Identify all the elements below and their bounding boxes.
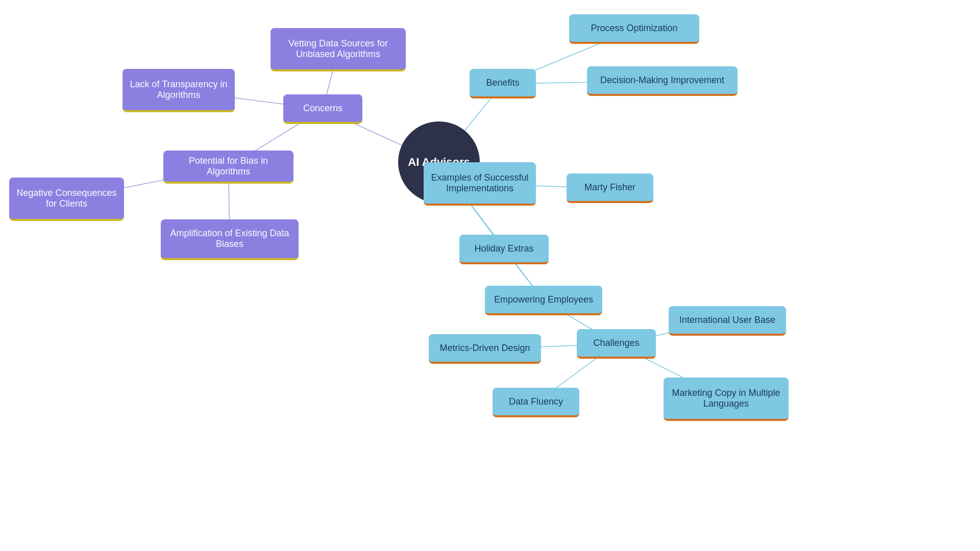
examples-node: Examples of Successful Implementations (424, 162, 536, 206)
benefits-node: Benefits (470, 69, 536, 98)
negative-label: Negative Consequences for Clients (16, 188, 117, 209)
international-label: International User Base (679, 315, 775, 325)
negative-node: Negative Consequences for Clients (9, 178, 124, 221)
decision-node: Decision-Making Improvement (587, 66, 738, 96)
marty-node: Marty Fisher (567, 173, 653, 203)
data-fluency-node: Data Fluency (493, 388, 579, 417)
process-opt-node: Process Optimization (569, 14, 699, 44)
marty-label: Marty Fisher (584, 182, 635, 193)
amplification-label: Amplification of Existing Data Biases (168, 228, 291, 249)
empowering-label: Empowering Employees (494, 294, 593, 305)
empowering-node: Empowering Employees (485, 286, 602, 315)
challenges-label: Challenges (593, 338, 639, 348)
decision-label: Decision-Making Improvement (600, 75, 724, 86)
challenges-node: Challenges (577, 329, 656, 359)
potential-bias-label: Potential for Bias in Algorithms (170, 156, 286, 177)
metrics-label: Metrics-Driven Design (439, 343, 530, 354)
amplification-node: Amplification of Existing Data Biases (161, 219, 299, 260)
concerns-label: Concerns (303, 103, 342, 114)
benefits-label: Benefits (486, 78, 519, 88)
data-fluency-label: Data Fluency (509, 396, 563, 407)
marketing-label: Marketing Copy in Multiple Languages (671, 388, 781, 409)
metrics-node: Metrics-Driven Design (429, 334, 541, 364)
examples-label: Examples of Successful Implementations (431, 172, 529, 194)
marketing-node: Marketing Copy in Multiple Languages (664, 378, 789, 421)
transparency-node: Lack of Transparency in Algorithms (122, 69, 235, 112)
process-opt-label: Process Optimization (591, 23, 677, 34)
vetting-label: Vetting Data Sources for Unbiased Algori… (278, 38, 399, 60)
transparency-label: Lack of Transparency in Algorithms (130, 79, 228, 101)
potential-bias-node: Potential for Bias in Algorithms (163, 151, 293, 184)
concerns-node: Concerns (283, 94, 362, 124)
holiday-label: Holiday Extras (474, 243, 533, 254)
international-node: International User Base (669, 306, 786, 336)
holiday-node: Holiday Extras (459, 235, 549, 264)
vetting-node: Vetting Data Sources for Unbiased Algori… (271, 28, 406, 71)
